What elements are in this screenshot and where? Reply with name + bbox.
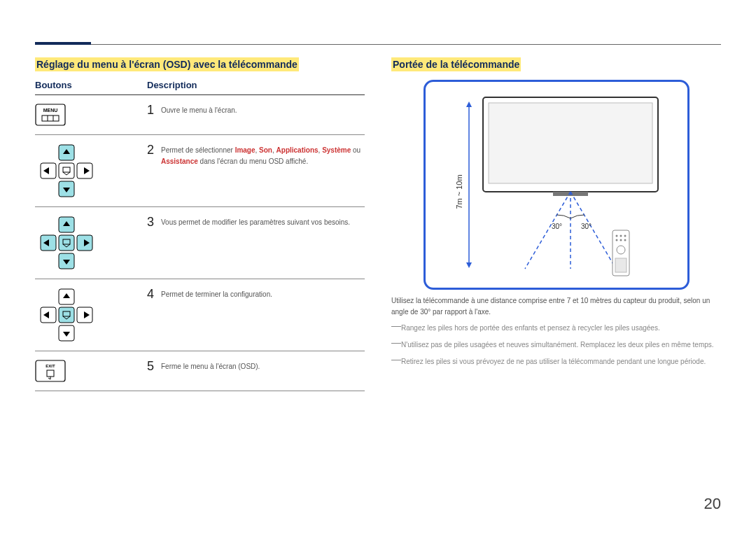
row-description: Ouvre le menu à l'écran.	[161, 104, 237, 116]
row-description: Vous permet de modifier les paramètres s…	[161, 216, 350, 228]
row-number: 1	[147, 104, 161, 116]
table-row: 3 Vous permet de modifier les paramètres…	[35, 207, 365, 279]
svg-point-53	[624, 235, 626, 237]
dpad-all-icon	[35, 216, 98, 270]
svg-text:30°: 30°	[552, 223, 562, 230]
remote-range-diagram: 7m ~ 10m 30° 30°	[424, 80, 690, 290]
table-row: 4 Permet de terminer la configuration.	[35, 279, 365, 351]
svg-text:EXIT: EXIT	[46, 364, 55, 368]
row-number: 3	[147, 216, 161, 228]
svg-point-51	[615, 235, 617, 237]
svg-line-45	[525, 192, 570, 269]
note-item: Rangez les piles hors de portée des enfa…	[391, 322, 721, 335]
note-item: N'utilisez pas de piles usagées et neuve…	[391, 339, 721, 351]
dpad-center-icon	[35, 288, 98, 342]
svg-text:30°: 30°	[581, 223, 592, 230]
table-row: EXIT 5 Ferme le menu à l'écran (OSD).	[35, 351, 365, 391]
row-number: 2	[147, 143, 161, 156]
col-header-description: Description	[147, 80, 197, 90]
row-description: Ferme le menu à l'écran (OSD).	[161, 360, 260, 372]
range-paragraph: Utilisez la télécommande à une distance …	[391, 295, 721, 318]
page-number: 20	[704, 495, 721, 513]
svg-rect-58	[615, 258, 626, 272]
svg-point-54	[615, 239, 617, 241]
svg-marker-43	[466, 262, 472, 268]
row-description: Permet de terminer la configuration.	[161, 288, 272, 300]
svg-rect-13	[59, 163, 74, 178]
header-marker	[35, 42, 91, 45]
svg-rect-33	[59, 307, 74, 323]
svg-text:MENU: MENU	[43, 108, 58, 113]
note-item: Retirez les piles si vous prévoyez de ne…	[391, 356, 721, 368]
top-rule	[35, 44, 721, 45]
svg-line-47	[570, 192, 616, 269]
table-row: 2 Permet de sélectionner Image, Son, App…	[35, 135, 365, 207]
col-header-buttons: Boutons	[35, 80, 147, 90]
svg-rect-23	[59, 235, 74, 251]
svg-text:7m ~ 10m: 7m ~ 10m	[455, 174, 463, 209]
exit-button-icon: EXIT	[35, 360, 66, 382]
left-column: Réglage du menu à l'écran (OSD) avec la …	[35, 57, 365, 391]
row-description: Permet de sélectionner Image, Son, Appli…	[161, 143, 365, 167]
menu-button-icon: MENU	[35, 104, 66, 126]
svg-rect-39	[489, 103, 652, 183]
svg-point-56	[624, 239, 626, 241]
svg-marker-42	[466, 101, 472, 107]
svg-point-52	[620, 235, 622, 237]
svg-point-55	[620, 239, 622, 241]
table-row: MENU 1 Ouvre le menu à l'écran.	[35, 95, 365, 135]
right-column: Portée de la télécommande 7m ~ 10m	[391, 57, 721, 391]
table-header: Boutons Description	[35, 80, 365, 95]
section-heading-range: Portée de la télécommande	[391, 57, 521, 71]
row-number: 4	[147, 288, 161, 300]
section-heading-osd: Réglage du menu à l'écran (OSD) avec la …	[35, 57, 299, 71]
dpad-up-down-icon	[35, 143, 98, 198]
row-number: 5	[147, 360, 161, 372]
